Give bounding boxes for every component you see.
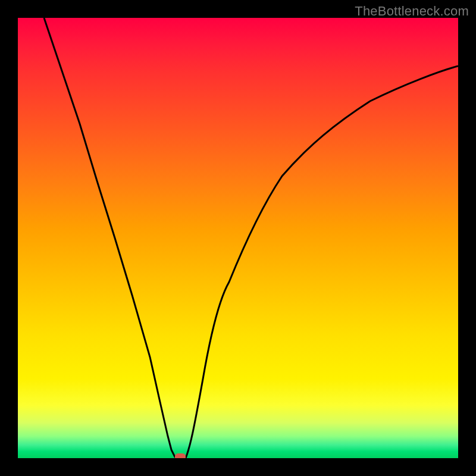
- chart-frame: TheBottleneck.com: [0, 0, 476, 476]
- highlight-marker: [175, 453, 186, 458]
- curve-right-branch: [186, 66, 458, 458]
- curve-left-branch: [44, 18, 178, 458]
- watermark-text: TheBottleneck.com: [355, 4, 469, 19]
- bottleneck-curve: [18, 18, 458, 458]
- plot-area: [18, 18, 458, 458]
